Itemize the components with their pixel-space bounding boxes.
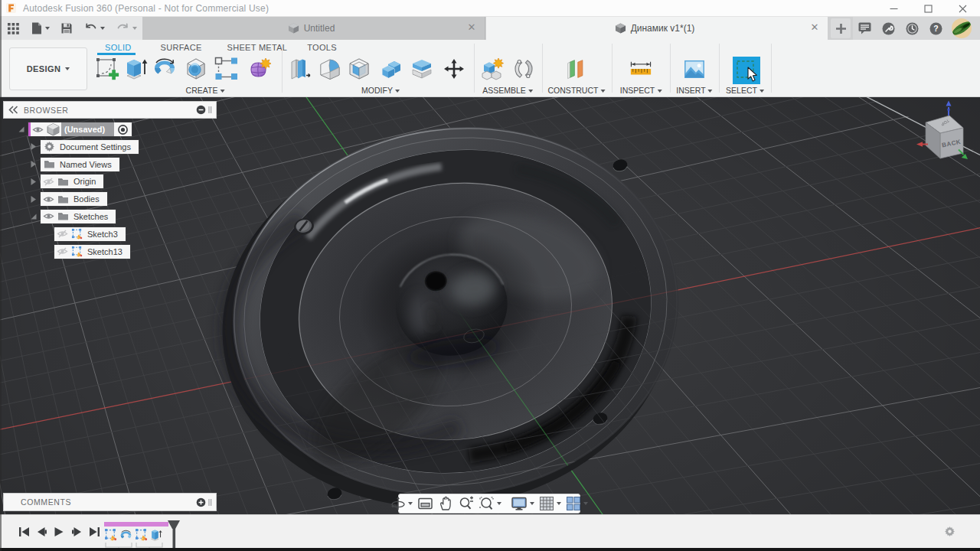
visibility-eye-icon[interactable] [32, 124, 44, 135]
browser-title: BROWSER [24, 106, 68, 115]
new-component-icon[interactable] [481, 57, 505, 81]
tab-untitled[interactable]: Untitled ✕ [142, 17, 485, 40]
look-at-tool[interactable] [417, 496, 433, 511]
browser-row-document-settings[interactable]: Document Settings [28, 140, 139, 154]
help-icon[interactable]: ? [924, 17, 948, 40]
group-label-construct[interactable]: CONSTRUCT [548, 86, 606, 96]
timeline-position-marker[interactable] [167, 520, 184, 551]
sketch-icon [71, 246, 83, 257]
app-launcher-icon[interactable] [0, 17, 26, 40]
browser-row-root[interactable]: (Unsaved) [16, 122, 132, 136]
shell-icon[interactable] [347, 57, 371, 81]
rectangular-pattern-icon[interactable] [214, 57, 239, 81]
timeline-go-to-start-button[interactable] [17, 525, 31, 539]
timeline-step-back-button[interactable] [34, 525, 48, 539]
fit-tool[interactable] [479, 496, 501, 511]
hole-icon[interactable] [184, 57, 208, 81]
revolve-icon[interactable] [152, 57, 177, 81]
browser-row-sketch3[interactable]: Sketch3 [54, 227, 126, 241]
visibility-eye-off-icon[interactable] [57, 246, 68, 257]
create-sketch-icon[interactable] [95, 57, 119, 81]
root-node-label[interactable]: (Unsaved) [61, 122, 114, 136]
minimize-button[interactable] [877, 0, 911, 17]
profile-avatar[interactable] [948, 17, 975, 40]
timeline-revolve-feature[interactable] [119, 528, 132, 541]
timeline-sketch-feature[interactable] [135, 528, 148, 541]
tab-dinamik[interactable]: Динамик v1*(1) ✕ [486, 17, 828, 40]
panel-grip[interactable] [208, 105, 212, 115]
timeline-go-to-end-button[interactable] [87, 525, 101, 539]
measure-icon[interactable] [629, 57, 652, 81]
file-menu-button[interactable] [26, 17, 55, 40]
insert-image-icon[interactable] [683, 57, 706, 81]
timeline-settings-gear[interactable] [944, 526, 956, 537]
press-pull-icon[interactable] [289, 57, 313, 81]
browser-row-origin[interactable]: Origin [28, 174, 103, 188]
timeline-sketch-feature[interactable] [104, 528, 117, 541]
display-settings-tool[interactable] [511, 496, 534, 511]
workspace-selector[interactable]: DESIGN [9, 47, 87, 90]
group-label-inspect[interactable]: INSPECT [620, 86, 662, 96]
pan-tool[interactable] [438, 496, 453, 511]
extrude-icon[interactable] [125, 57, 149, 81]
comments-panel[interactable]: COMMENTS [3, 493, 217, 511]
combine-icon[interactable] [379, 57, 403, 81]
close-button[interactable] [946, 0, 980, 17]
grid-settings-tool[interactable] [539, 496, 561, 511]
maximize-button[interactable] [911, 0, 946, 17]
group-label-modify[interactable]: MODIFY [361, 86, 400, 96]
browser-row-sketch13[interactable]: Sketch13 [54, 245, 130, 259]
orbit-tool[interactable] [390, 496, 413, 511]
joint-icon[interactable] [511, 57, 536, 81]
save-button[interactable] [55, 17, 78, 40]
group-label-create[interactable]: CREATE [186, 86, 225, 96]
browser-row-named-views[interactable]: Named Views [28, 158, 119, 171]
comments-panel-icon[interactable] [853, 17, 877, 40]
collapse-panel-icon[interactable] [8, 106, 18, 114]
notifications-clock-icon[interactable] [900, 17, 924, 40]
collapsed-triangle-icon[interactable] [28, 174, 38, 188]
panel-grip[interactable] [208, 497, 212, 507]
ribbon-tabs: SOLID SURFACE SHEET METAL TOOLS [105, 40, 369, 55]
group-label-insert[interactable]: INSERT [676, 86, 712, 96]
new-tab-button[interactable] [831, 18, 851, 38]
tab-dinamik-close-icon[interactable]: ✕ [809, 21, 820, 34]
redo-button[interactable] [110, 17, 142, 40]
tab-untitled-close-icon[interactable]: ✕ [466, 21, 477, 34]
fillet-icon[interactable] [318, 57, 342, 81]
timeline-play-button[interactable] [52, 525, 66, 539]
group-label-assemble[interactable]: ASSEMBLE [482, 86, 533, 96]
tab-sheet-metal[interactable]: SHEET METAL [227, 40, 288, 55]
fusion360-logo [6, 3, 16, 13]
browser-row-sketches[interactable]: Sketches [28, 210, 116, 223]
collapsed-triangle-icon[interactable] [28, 158, 38, 171]
browser-header[interactable]: BROWSER [3, 101, 217, 119]
add-comment-icon[interactable] [196, 497, 206, 507]
job-status-icon[interactable] [877, 17, 900, 40]
zoom-tool[interactable] [458, 496, 474, 511]
viewport-3d[interactable]: BACK TOP [0, 97, 980, 514]
visibility-eye-icon[interactable] [43, 210, 54, 222]
collapsed-triangle-icon[interactable] [28, 192, 38, 206]
browser-row-bodies[interactable]: Bodies [28, 192, 107, 206]
expanded-triangle-icon[interactable] [16, 122, 26, 136]
collapsed-triangle-icon[interactable] [28, 140, 38, 154]
move-copy-icon[interactable] [442, 57, 466, 81]
group-label-select[interactable]: SELECT [726, 86, 764, 96]
viewports-tool[interactable] [566, 496, 588, 511]
create-form-icon[interactable] [247, 57, 271, 81]
split-body-icon[interactable] [410, 57, 434, 81]
visibility-eye-icon[interactable] [43, 194, 54, 205]
timeline-extrude-feature[interactable] [150, 528, 163, 541]
tab-tools[interactable]: TOOLS [307, 40, 337, 55]
expanded-triangle-icon[interactable] [28, 210, 38, 223]
visibility-eye-off-icon[interactable] [43, 176, 54, 187]
viewcube[interactable]: BACK TOP [916, 101, 968, 160]
browser-collapse-all-icon[interactable] [196, 105, 206, 115]
timeline-step-forward-button[interactable] [70, 525, 83, 539]
activate-component-radio[interactable] [117, 124, 129, 135]
tab-surface[interactable]: SURFACE [161, 40, 202, 55]
undo-button[interactable] [78, 17, 110, 40]
visibility-eye-off-icon[interactable] [57, 228, 68, 240]
construct-plane-icon[interactable] [566, 57, 587, 81]
